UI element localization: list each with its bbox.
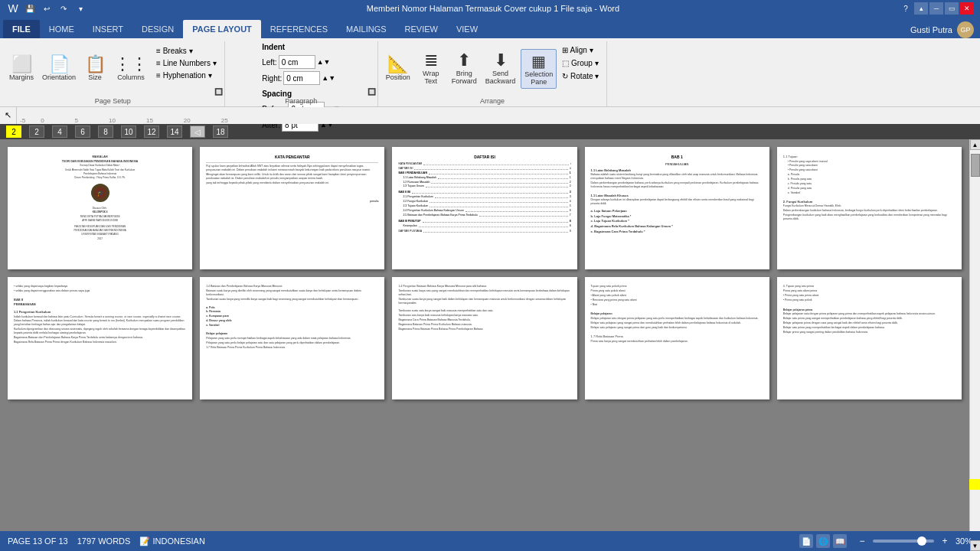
page10-p1: 4. Tujuan yang satu prima <box>783 285 956 289</box>
tab-design[interactable]: DESIGN <box>132 20 183 38</box>
redo-button[interactable]: ↷ <box>57 2 70 15</box>
doc-page-kata-pengantar[interactable]: KATA PENGANTAR Puji syukur kami panjatka… <box>200 147 384 269</box>
scroll-track[interactable] <box>970 150 980 531</box>
indent-right-input[interactable] <box>283 71 320 85</box>
kata-pengantar-p2: Mengingat akan kemampuan yang kami milik… <box>206 173 378 181</box>
doc-page-10[interactable]: 4. Tujuan yang satu prima Prima yang sat… <box>777 277 962 399</box>
zoom-in-button[interactable]: + <box>939 535 951 547</box>
breaks-button[interactable]: ≡ Breaks ▾ <box>153 45 220 57</box>
size-button[interactable]: 📋 Size <box>81 54 109 83</box>
send-backward-icon: ⬇ <box>494 52 508 69</box>
tab-insert[interactable]: INSERT <box>83 20 132 38</box>
page-setup-extras: ≡ Breaks ▾ ≡ Line Numbers ▾ ≡ Hyphenatio… <box>153 45 220 92</box>
position-button[interactable]: 📐 Position <box>383 54 413 83</box>
columns-label: Columns <box>117 73 145 81</box>
page7-p2: Batasan suatu karya yang dimiliki oleh s… <box>206 289 378 297</box>
tab-references[interactable]: REFERENCES <box>261 20 337 38</box>
ribbon-toggle-button[interactable]: ▴ <box>914 2 928 15</box>
page5-item1: 1.1 Tujuan <box>783 155 956 159</box>
hyphenation-button[interactable]: ≡ Hyphenation ▾ <box>153 70 220 81</box>
line-numbers-button[interactable]: ≡ Line Numbers ▾ <box>153 57 220 69</box>
tab-file[interactable]: FILE <box>3 20 40 38</box>
undo-button[interactable]: ↩ <box>40 2 54 15</box>
indent-left-input[interactable] <box>279 55 315 69</box>
page8-p3: Sambunan suatu karya yang sangat baik da… <box>398 298 570 305</box>
page9-sec3-p1: Prima satu karya yang sangat membutuhkan… <box>591 340 763 344</box>
doc-page-7[interactable]: 1.4 Batasan dan Pembelajaran Bahasa Kary… <box>200 277 384 399</box>
send-backward-button[interactable]: ⬇ SendBackward <box>482 50 519 87</box>
selection-pane-button[interactable]: ▦ SelectionPane <box>521 49 557 89</box>
page-num-8[interactable]: 8 <box>98 126 113 138</box>
help-button[interactable]: ? <box>899 2 913 15</box>
tab-home[interactable]: HOME <box>40 20 83 38</box>
tab-view[interactable]: VIEW <box>447 20 487 38</box>
doc-page-9[interactable]: Tujuan yang satu pokok prima Prima yang … <box>585 277 769 399</box>
language-icon: 📝 <box>139 536 150 546</box>
page5-item4: • Penulis yang satu alami <box>783 168 956 172</box>
margins-button[interactable]: ⬜ Margins <box>6 54 37 83</box>
doc-page-8[interactable]: 1.4 Pengertian Batasan Bahasa Karya Manu… <box>392 277 577 399</box>
doc-page-bab2[interactable]: • selaku yang dapat saya bagikan kepadan… <box>8 277 192 399</box>
bab1-subtitle: PENDAHULUAN <box>591 162 763 167</box>
tab-review[interactable]: REVIEW <box>396 20 447 38</box>
page-num-12[interactable]: 12 <box>144 126 159 138</box>
tab-page-layout[interactable]: PAGE LAYOUT <box>183 20 261 38</box>
page-number-ruler: 2 2 4 6 8 10 12 14 ◁ 18 <box>0 124 980 139</box>
doc-page-daftar-isi[interactable]: DAFTAR ISI KATA PENGANTARi DAFTAR ISIii … <box>392 147 577 269</box>
page7-list: a. Pola b. Rencana c. Kumparan para d. B… <box>206 306 378 328</box>
cursor-highlight <box>969 479 980 490</box>
read-mode-icon[interactable]: 📖 <box>833 534 847 548</box>
scrollbar-vertical[interactable]: ▲ ▼ <box>969 139 980 531</box>
page7-p3: Tambunan suatu karya yang memiliki karya… <box>206 298 378 302</box>
kata-pengantar-divider <box>206 162 378 163</box>
paragraph-dialog-button[interactable]: 🔲 <box>368 88 376 96</box>
restore-button[interactable]: ▭ <box>945 2 959 15</box>
scroll-thumb[interactable] <box>971 154 980 177</box>
page-setup-dialog-button[interactable]: 🔲 <box>214 88 223 96</box>
toc-bab2b: 2.2 Fungsi Kurikulum4 <box>398 200 570 204</box>
page-num-18[interactable]: 18 <box>213 126 228 138</box>
page-num-6[interactable]: 6 <box>75 126 90 138</box>
page-num-4[interactable]: 4 <box>52 126 67 138</box>
wrap-text-button[interactable]: ≣ WrapText <box>416 50 446 87</box>
arrange-group: 📐 Position ≣ WrapText ⬆ BringForward ⬇ S… <box>378 41 608 106</box>
minimize-button[interactable]: ─ <box>929 2 943 15</box>
document-grid: MAKALAH TEORI DAN KEBIJAKAN PENDIDIKAN B… <box>8 147 962 399</box>
customize-button[interactable]: ▾ <box>74 2 87 15</box>
align-button[interactable]: ⊞ Align ▾ <box>559 44 602 56</box>
cover-dosen: Dosen Pembimbing : Yhiny Prima Yudha, S.… <box>14 176 186 179</box>
page7-sec3-p1: Pelajaran yang satu perlu belajar pelaja… <box>206 341 378 345</box>
title-bar: W 💾 ↩ ↷ ▾ Memberi Nomor Halaman Termasuk… <box>0 0 980 17</box>
zoom-out-button[interactable]: − <box>856 535 868 547</box>
columns-button[interactable]: ⋮⋮ Columns <box>111 54 151 83</box>
doc-page-bab1[interactable]: BAB 1 PENDAHULUAN 1.1 Latar Belakang Mas… <box>585 147 769 269</box>
page6-bab2: BAB II <box>14 298 186 302</box>
zoom-slider[interactable] <box>873 540 934 543</box>
margins-icon: ⬜ <box>11 56 32 73</box>
document-area[interactable]: MAKALAH TEORI DAN KEBIJAKAN PENDIDIKAN B… <box>0 139 969 531</box>
page-count: PAGE 13 OF 13 <box>8 536 68 546</box>
scroll-up-arrow[interactable]: ▲ <box>970 139 981 150</box>
indent-right-spinner[interactable]: ▲▼ <box>322 74 335 82</box>
size-icon: 📋 <box>85 56 106 73</box>
rotate-button[interactable]: ↻ Rotate ▾ <box>559 70 602 82</box>
page-num-2a[interactable]: 2 <box>6 126 21 138</box>
page-num-14[interactable]: 14 <box>167 126 182 138</box>
print-layout-icon[interactable]: 📄 <box>799 534 813 548</box>
page-num-special[interactable]: ◁ <box>190 126 205 138</box>
close-button[interactable]: ✕ <box>960 2 974 15</box>
bring-forward-button[interactable]: ⬆ BringForward <box>449 50 480 87</box>
tab-mailings[interactable]: MAILINGS <box>337 20 396 38</box>
save-button[interactable]: 💾 <box>23 2 37 15</box>
indent-left-spinner[interactable]: ▲▼ <box>317 58 331 66</box>
web-layout-icon[interactable]: 🌐 <box>816 534 830 548</box>
page9-sec2-p2: Belajar satu pelajaran yang sangat prima… <box>591 321 763 325</box>
group-button[interactable]: ⬚ Group ▾ <box>559 57 602 69</box>
bring-forward-icon: ⬆ <box>457 52 471 69</box>
doc-page-5[interactable]: 1.1 Tujuan • Penulis yang saya alami mun… <box>777 147 962 269</box>
doc-page-cover[interactable]: MAKALAH TEORI DAN KEBIJAKAN PENDIDIKAN B… <box>8 147 192 269</box>
page-num-2b[interactable]: 2 <box>29 126 44 138</box>
page-num-10[interactable]: 10 <box>121 126 136 138</box>
page9-sec3-title: 1.7 Rela Batasan Prima <box>591 334 763 339</box>
orientation-button[interactable]: 📄 Orientation <box>39 54 79 83</box>
